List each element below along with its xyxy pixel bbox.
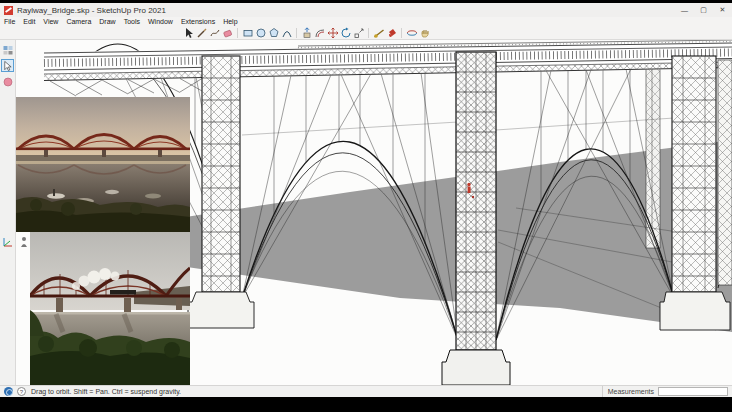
tape-measure-tool-button[interactable] xyxy=(372,26,385,39)
minimize-button[interactable]: — xyxy=(675,3,694,17)
menu-file[interactable]: File xyxy=(0,17,19,26)
menu-camera[interactable]: Camera xyxy=(62,17,95,26)
help-icon[interactable]: ? xyxy=(17,387,26,396)
scale-tool-button[interactable] xyxy=(352,26,365,39)
maximize-button[interactable]: ▢ xyxy=(694,3,713,17)
menu-draw[interactable]: Draw xyxy=(95,17,119,26)
menu-extensions[interactable]: Extensions xyxy=(177,17,219,26)
close-button[interactable]: ✕ xyxy=(713,3,732,17)
menu-bar: File Edit View Camera Draw Tools Window … xyxy=(0,17,732,26)
toolbar-separator xyxy=(237,28,238,38)
axes-icon[interactable] xyxy=(2,234,14,246)
line-tool-button[interactable] xyxy=(195,26,208,39)
offset-tool-button[interactable] xyxy=(313,26,326,39)
toolbar-separator xyxy=(296,28,297,38)
main-toolbar xyxy=(0,26,732,40)
move-tool-button[interactable] xyxy=(326,26,339,39)
toolbar-separator xyxy=(401,28,402,38)
rotate-tool-button[interactable] xyxy=(339,26,352,39)
paint-bucket-tool-button[interactable] xyxy=(385,26,398,39)
menu-view[interactable]: View xyxy=(39,17,62,26)
select-tool-button[interactable] xyxy=(182,26,195,39)
orbit-tool-button[interactable] xyxy=(405,26,418,39)
floating-tool-icons xyxy=(2,234,30,246)
window-title: Raylway_Bridge.skp - SketchUp Pro 2021 xyxy=(17,6,675,15)
eraser-tool-button[interactable] xyxy=(221,26,234,39)
person-scale-icon[interactable] xyxy=(18,234,30,246)
title-bar: Raylway_Bridge.skp - SketchUp Pro 2021 —… xyxy=(0,3,732,17)
menu-help[interactable]: Help xyxy=(219,17,241,26)
rectangle-tool-button[interactable] xyxy=(241,26,254,39)
styles-tool-button[interactable] xyxy=(1,43,14,56)
polygon-tool-button[interactable] xyxy=(267,26,280,39)
circle-tool-button[interactable] xyxy=(254,26,267,39)
freehand-tool-button[interactable] xyxy=(208,26,221,39)
reference-photo-forth-bridge-sunset[interactable] xyxy=(16,97,190,232)
measurements-pane: Measurements xyxy=(602,386,732,397)
measurements-input[interactable] xyxy=(658,387,728,396)
pan-tool-button[interactable] xyxy=(418,26,431,39)
reference-photo-forth-bridge-train[interactable] xyxy=(30,232,190,385)
letterbox-bottom xyxy=(0,397,732,412)
arc-tool-button[interactable] xyxy=(280,26,293,39)
window-controls: — ▢ ✕ xyxy=(675,3,732,17)
app-window: Raylway_Bridge.skp - SketchUp Pro 2021 —… xyxy=(0,0,732,412)
menu-window[interactable]: Window xyxy=(144,17,177,26)
push-pull-tool-button[interactable] xyxy=(300,26,313,39)
toolbar-separator xyxy=(368,28,369,38)
menu-edit[interactable]: Edit xyxy=(19,17,39,26)
menu-tools[interactable]: Tools xyxy=(120,17,144,26)
eraser-pink-tool-button[interactable] xyxy=(1,75,14,88)
status-bar: ? Drag to orbit. Shift = Pan. Ctrl = sus… xyxy=(0,385,732,397)
status-hint: Drag to orbit. Shift = Pan. Ctrl = suspe… xyxy=(31,388,181,395)
measurements-label: Measurements xyxy=(608,388,654,395)
left-toolbar xyxy=(0,40,16,385)
sketchup-logo-icon xyxy=(4,6,13,15)
geolocation-icon[interactable] xyxy=(4,387,13,396)
select-tool-button-active[interactable] xyxy=(1,59,14,72)
